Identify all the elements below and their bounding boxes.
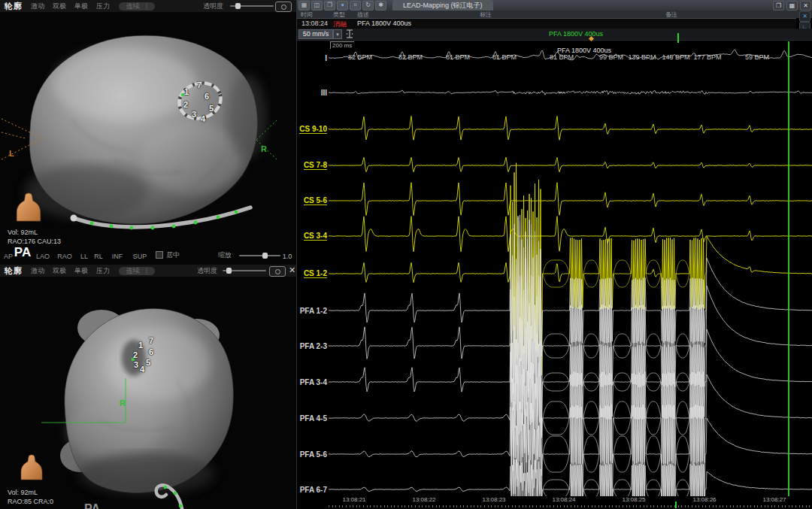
continuous-button[interactable]: 连续| [119, 2, 155, 11]
bpm-label: 81 BPM [446, 53, 470, 61]
event-description: PFA 1800V 400us [357, 20, 411, 27]
window-title[interactable]: LEAD-Mapping (锦江电子) [392, 0, 493, 11]
electrode-number-2: 2 [133, 350, 138, 359]
trace [329, 116, 812, 140]
mode-tab-压力[interactable]: 压力 [96, 266, 110, 276]
mode-tab-双极[interactable]: 双极 [53, 2, 66, 11]
bpm-label: 82 BPM [398, 53, 423, 61]
view-button-rao[interactable]: RAO [57, 253, 72, 260]
time-label: 13:08:22 [412, 496, 435, 503]
channel-label-cs-9-10[interactable]: CS 9-10 [299, 125, 327, 134]
view-buttons-row: 居中 缩放 1.0 APPALAORAOLLRLINFSUP [0, 245, 296, 262]
view-button-inf[interactable]: INF [112, 253, 123, 260]
time-label: 13:08:23 [482, 496, 505, 503]
channel-label-cs-1-2[interactable]: CS 1-2 [304, 269, 327, 278]
trace [329, 401, 812, 496]
sweep-controls-row: 50 mm/s ▼ PFA 1800V 400us [297, 29, 812, 41]
close-icon[interactable]: ✕ [800, 1, 811, 11]
channel-label-pfa-1-2[interactable]: PFA 1-2 [300, 307, 327, 315]
electrode-number-7: 7 [149, 336, 153, 345]
opacity-slider[interactable] [223, 270, 266, 271]
view-button-ll[interactable]: LL [80, 253, 88, 260]
mode-tab-单极[interactable]: 单极 [74, 266, 88, 276]
trace [329, 157, 812, 171]
event-table-row[interactable]: 13:08:24 消融 PFA 1800V 400us [297, 18, 796, 29]
rotate-icon[interactable]: ↻ [362, 1, 374, 11]
view-button-ap[interactable]: AP [4, 253, 13, 260]
tab-contour[interactable]: 轮廓 [5, 265, 23, 277]
mode-tab-激动[interactable]: 激动 [31, 266, 44, 276]
bpm-label: 81 BPM [492, 53, 517, 61]
view-button-pa[interactable]: PA [14, 245, 31, 260]
channel-label-cs-5-6[interactable]: CS 5-6 [304, 196, 327, 205]
annotation-close-icon[interactable]: ✕ [799, 11, 810, 22]
trace [329, 183, 812, 216]
mode-tab-激动[interactable]: 激动 [31, 2, 44, 11]
channel-label-iii[interactable]: III [321, 89, 327, 97]
electrode-number-4: 4 [140, 365, 144, 374]
split-icon[interactable]: ◫ [311, 1, 323, 11]
channel-label-pfa-5-6[interactable]: PFA 5-6 [300, 450, 327, 459]
bpm-label: 81 BPM [550, 53, 574, 61]
grid-icon[interactable]: ⌗ [350, 1, 361, 11]
caliper-icon[interactable] [345, 29, 354, 38]
bpm-label: 177 BPM [693, 53, 721, 61]
torso-icon[interactable] [15, 192, 42, 223]
view-button-sup[interactable]: SUP [133, 253, 147, 260]
heart-3d-view-bottom[interactable] [0, 277, 296, 509]
mode-tabs: 激动双极单极压力 [23, 266, 110, 276]
center-label: 居中 [166, 250, 180, 260]
opacity-slider[interactable] [230, 5, 274, 7]
pause-icon[interactable]: ⏸ [337, 1, 348, 11]
time-cursor[interactable] [788, 41, 789, 496]
view-button-rl[interactable]: RL [94, 253, 103, 260]
torso-icon[interactable] [20, 454, 44, 481]
layout-icon[interactable]: ▦ [786, 1, 798, 11]
map-icon[interactable]: ▦ [298, 1, 310, 11]
tab-contour[interactable]: 轮廓 [5, 1, 23, 12]
channel-label-pfa-3-4[interactable]: PFA 3-4 [300, 378, 327, 386]
opacity-label: 透明度 [203, 2, 223, 11]
map-panel-bottom: 轮廓 激动双极单极压力 连续| 透明度 ✕ R Vol: 92mL RAO:85… [0, 265, 296, 509]
channel-label-cs-7-8[interactable]: CS 7-8 [304, 161, 327, 170]
trace [676, 480, 689, 496]
bpm-label: 99 BPM [599, 53, 623, 61]
electrode-number-4: 4 [201, 114, 205, 123]
continuous-button[interactable]: 连续| [119, 267, 155, 275]
time-label: 13:08:24 [552, 496, 575, 503]
zoom-label: 缩放 [218, 250, 232, 260]
bpm-label: 145 BPM [662, 53, 689, 61]
close-icon[interactable]: ✕ [289, 266, 295, 274]
restore-icon[interactable]: ❐ [773, 1, 784, 11]
mode-tab-双极[interactable]: 双极 [53, 266, 66, 276]
opacity-label: 透明度 [197, 266, 217, 276]
snowflake-icon[interactable]: ✱ [375, 1, 386, 11]
mode-tabs: 激动双极单极压力 [23, 2, 110, 11]
electrode-number-2: 2 [183, 100, 188, 109]
heart-3d-view-top[interactable] [0, 12, 296, 265]
map-toolbar-bottom: 轮廓 激动双极单极压力 连续| 透明度 ✕ [0, 265, 296, 277]
time-label: 13:08:27 [762, 496, 786, 503]
camera-button[interactable] [269, 266, 286, 277]
sweep-speed-select[interactable]: 50 mm/s [298, 29, 333, 39]
time-label: 13:08:21 [342, 496, 365, 503]
view-button-lao[interactable]: LAO [36, 253, 50, 260]
channel-label-pfa-2-3[interactable]: PFA 2-3 [300, 342, 327, 350]
channel-label-pfa-6-7[interactable]: PFA 6-7 [300, 486, 327, 494]
center-checkbox[interactable] [156, 251, 163, 259]
channel-label-pfa-4-5[interactable]: PFA 4-5 [300, 414, 327, 423]
chevron-down-icon[interactable]: ▼ [333, 29, 342, 39]
event-time-tick-top [677, 33, 679, 43]
mode-tab-压力[interactable]: 压力 [96, 2, 110, 11]
bpm-label: 59 BPM [745, 53, 769, 61]
mode-tab-单极[interactable]: 单极 [74, 2, 88, 11]
zoom-slider[interactable] [239, 255, 280, 256]
ablation-event-label[interactable]: PFA 1800V 400us [549, 30, 603, 38]
electrode-number-5: 5 [209, 104, 214, 113]
channel-label-cs-3-4[interactable]: CS 3-4 [304, 232, 327, 241]
traces-svg[interactable] [329, 40, 812, 496]
window-icon[interactable]: ❐ [324, 1, 335, 11]
camera-button[interactable] [275, 2, 292, 12]
channel-label-i[interactable]: I [325, 54, 327, 62]
view-button-pa-clipped[interactable]: PA [84, 502, 100, 509]
